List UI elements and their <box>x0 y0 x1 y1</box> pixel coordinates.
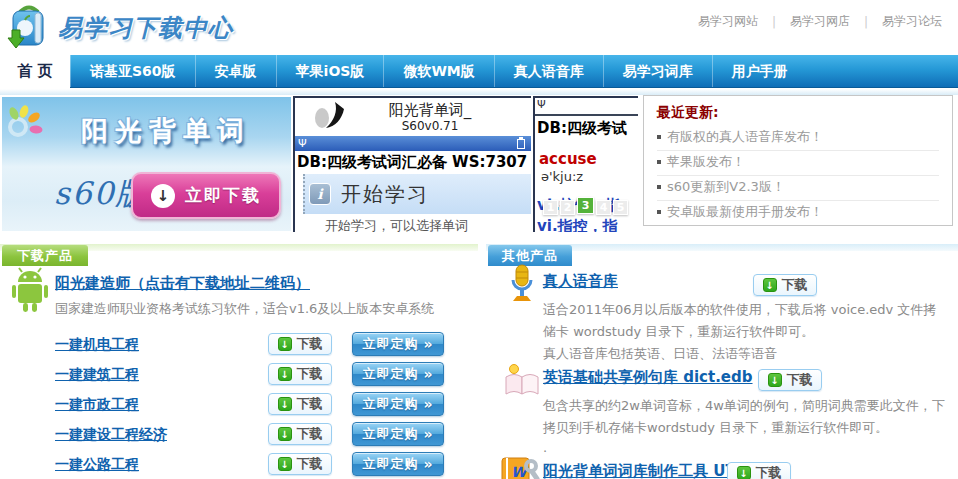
download-arrow-icon: ↓ <box>278 367 292 381</box>
item-link-shizheng[interactable]: 一建市政工程 <box>55 396 139 414</box>
download-arrow-icon: ↓ <box>151 184 175 208</box>
update-item[interactable]: 安卓版最新使用手册发布！ <box>657 201 939 226</box>
page-dot-5[interactable]: 5 <box>613 200 628 215</box>
link-divider: | <box>772 15 776 29</box>
update-item[interactable]: s60更新到V2.3版！ <box>657 176 939 201</box>
product-link-jianzaoshi[interactable]: 阳光建造师（点击有下载地址二维码） <box>55 274 310 293</box>
bullet-icon <box>657 210 661 214</box>
logo-bag-icon <box>6 2 52 54</box>
page: 易学习下载中心 易学习网站 | 易学习网店 | 易学习论坛 首 页 诺基亚S60… <box>0 0 958 479</box>
page-dot-4[interactable]: 4 <box>596 200 611 215</box>
download-button-voice-library[interactable]: ↓ 下载 <box>753 274 817 296</box>
open-book-icon <box>501 362 543 404</box>
product-link-dict-tool[interactable]: 阳光背单词词库制作工具 UTF8 <box>543 462 756 479</box>
microphone-icon <box>505 264 539 308</box>
sentence-desc-line1: 包含共享的约2w单词音标，4w单词的例句，简明词典需要此文件，下 <box>543 397 945 415</box>
product-desc: 国家建造师职业资格考试练习软件，适合v1.6及以上版本安卓系统 <box>55 300 434 318</box>
info-icon: i <box>309 183 331 205</box>
screenshot-header: 阳光背单词_ S60v0.71 <box>295 98 531 136</box>
menu-subtext: 开始学习，可以选择单词 <box>325 217 531 232</box>
chevron-right-icon: » <box>423 336 433 352</box>
nav-tab-manual[interactable]: 用户手册 <box>712 55 807 87</box>
chevron-right-icon: » <box>423 456 433 472</box>
top-link-forum[interactable]: 易学习论坛 <box>882 13 942 30</box>
page-dot-2[interactable]: 2 <box>560 200 575 215</box>
product-link-voice-library[interactable]: 真人语音库 <box>543 272 618 291</box>
download-arrow-icon: ↓ <box>278 337 292 351</box>
chevron-right-icon: » <box>423 366 433 382</box>
db-status-line: DB:四级考试词汇必备 WS:7307 <box>295 151 531 174</box>
bullet-icon <box>657 135 661 139</box>
page-dot-3-active[interactable]: 3 <box>577 197 594 214</box>
download-arrow-icon: ↓ <box>278 427 292 441</box>
order-button-jingji[interactable]: 立即定购» <box>352 422 444 446</box>
nav-tab-home[interactable]: 首 页 <box>0 55 70 88</box>
nav-tab-voice-library[interactable]: 真人语音库 <box>494 55 603 87</box>
promo-banner: 阳光背单词 s60版 ↓ 立即下载 <box>2 97 291 231</box>
page-dot-1[interactable]: 1 <box>543 200 558 215</box>
download-button-dict-tool[interactable]: ↓ 下载 <box>727 462 791 479</box>
order-button-shizheng[interactable]: 立即定购» <box>352 392 444 416</box>
main-nav: 首 页 诺基亚S60版 安卓版 苹果iOS版 微软WM版 真人语音库 易学习词库… <box>0 55 958 88</box>
chevron-right-icon: » <box>423 396 433 412</box>
header: 易学习下载中心 易学习网站 | 易学习网店 | 易学习论坛 <box>0 0 958 55</box>
tab-download-products[interactable]: 下载产品 <box>2 245 88 266</box>
order-button-jianzhu[interactable]: 立即定购» <box>352 362 444 386</box>
db-status-line: DB:四级考试 <box>535 116 638 138</box>
nav-tab-dictionary[interactable]: 易学习词库 <box>603 55 712 87</box>
banner-title: 阳光背单词 <box>46 113 286 149</box>
download-button-shizheng[interactable]: ↓ 下载 <box>268 393 332 415</box>
banner-download-button[interactable]: ↓ 立即下载 <box>131 172 281 219</box>
updates-title: 最近更新: <box>657 104 939 126</box>
nav-tab-wm[interactable]: 微软WM版 <box>383 55 493 87</box>
vocabulary-word: accuse <box>535 138 638 168</box>
voice-desc-line1: 适合2011年06月以后版本的软件使用，下载后将 voice.edv 文件拷 <box>543 301 936 319</box>
item-link-jianzhu[interactable]: 一建建筑工程 <box>55 366 139 384</box>
chevron-right-icon: » <box>423 426 433 442</box>
signal-icon: Ψ <box>535 98 638 116</box>
top-link-store[interactable]: 易学习网店 <box>790 13 850 30</box>
download-arrow-icon: ↓ <box>278 397 292 411</box>
item-link-jidian[interactable]: 一建机电工程 <box>55 336 139 354</box>
tool-book-icon: W <box>500 455 540 479</box>
meaning-line-2: vi.指控，指 <box>535 215 638 232</box>
download-arrow-icon: ↓ <box>763 278 777 292</box>
order-button-jidian[interactable]: 立即定购» <box>352 332 444 356</box>
download-button-sentence-library[interactable]: ↓ 下载 <box>758 369 822 391</box>
download-arrow-icon: ↓ <box>278 457 292 471</box>
recent-updates-panel: 最近更新: 有版权的真人语音库发布！ 苹果版发布！ s60更新到V2.3版！ 安… <box>643 95 953 226</box>
item-link-jingji[interactable]: 一建建设工程经济 <box>55 426 167 444</box>
item-link-gonglu[interactable]: 一建公路工程 <box>55 456 139 474</box>
android-icon <box>10 267 50 319</box>
download-button-jingji[interactable]: ↓ 下载 <box>268 423 332 445</box>
download-button-jianzhu[interactable]: ↓ 下载 <box>268 363 332 385</box>
phonetic-text: ə'kju:z <box>535 168 638 184</box>
app-version: S60v0.71 <box>355 119 505 133</box>
battery-icon <box>517 139 525 149</box>
bullet-icon <box>657 160 661 164</box>
nav-tab-nokia-s60[interactable]: 诺基亚S60版 <box>70 55 195 87</box>
voice-desc-line3: 真人语音库包括英语、日语、法语等语音 <box>543 345 777 363</box>
nav-tab-android[interactable]: 安卓版 <box>195 55 276 87</box>
app-title: 阳光背单词_ <box>355 101 505 120</box>
download-button-jidian[interactable]: ↓ 下载 <box>268 333 332 355</box>
menu-selected-row[interactable]: i 开始学习 <box>303 174 531 214</box>
logo-text: 易学习下载中心 <box>58 12 233 44</box>
update-item[interactable]: 苹果版发布！ <box>657 151 939 176</box>
flower-icon <box>6 105 46 145</box>
order-button-gonglu[interactable]: 立即定购» <box>352 452 444 476</box>
nav-tab-ios[interactable]: 苹果iOS版 <box>276 55 384 87</box>
app-logo-icon <box>311 101 347 137</box>
top-link-website[interactable]: 易学习网站 <box>698 13 758 30</box>
voice-desc-line2: 储卡 wordstudy 目录下，重新运行软件即可。 <box>543 323 814 341</box>
link-divider: | <box>864 15 868 29</box>
download-button-gonglu[interactable]: ↓ 下载 <box>268 453 332 475</box>
download-arrow-icon: ↓ <box>737 466 751 479</box>
status-bar: Ψ <box>295 136 531 151</box>
tab-other-products[interactable]: 其他产品 <box>488 245 572 266</box>
logo[interactable]: 易学习下载中心 <box>6 4 233 52</box>
product-link-sentence-library[interactable]: 英语基础共享例句库 dict.edb <box>543 368 753 387</box>
update-item[interactable]: 有版权的真人语音库发布！ <box>657 126 939 151</box>
sentence-desc-line2: 拷贝到手机存储卡wordstudy 目录下，重新运行软件即可。 <box>543 419 888 437</box>
signal-icon: Ψ <box>298 136 307 151</box>
